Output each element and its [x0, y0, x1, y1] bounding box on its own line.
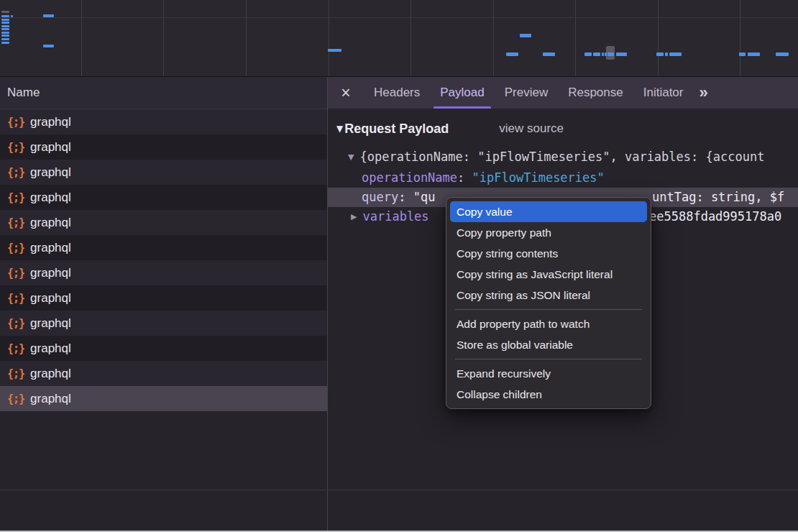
request-name: graphql: [30, 140, 71, 155]
network-request-row[interactable]: {;}graphql: [0, 336, 327, 361]
close-details-button[interactable]: ×: [328, 77, 364, 109]
menu-item-collapse-children[interactable]: Collapse children: [446, 384, 651, 405]
menu-item-copy-string-as-javascript-literal[interactable]: Copy string as JavaScript literal: [446, 264, 651, 285]
overview-request-bar: [669, 52, 682, 56]
json-braces-icon: {;}: [7, 317, 24, 330]
overview-request-bar: [1, 38, 9, 40]
overview-request-bar: [593, 52, 600, 56]
overview-request-bar: [328, 49, 341, 52]
devtools-network-panel: Name {;}graphql{;}graphql{;}graphql{;}gr…: [0, 0, 798, 532]
overview-request-bar: [1, 22, 9, 24]
tab-headers[interactable]: Headers: [364, 77, 430, 109]
request-name: graphql: [30, 241, 71, 255]
menu-item-add-property-path-to-watch[interactable]: Add property path to watch: [446, 313, 651, 334]
overview-gridline: [575, 0, 576, 76]
menu-item-expand-recursively[interactable]: Expand recursively: [446, 363, 651, 384]
menu-item-copy-property-path[interactable]: Copy property path: [446, 222, 651, 243]
network-request-row[interactable]: {;}graphql: [0, 311, 327, 336]
collapse-section-icon[interactable]: ▼: [336, 124, 343, 134]
overview-request-bar: [1, 15, 9, 17]
property-key: query: [362, 190, 398, 204]
menu-divider: [455, 309, 642, 310]
overview-request-bar: [605, 52, 607, 56]
menu-item-copy-string-contents[interactable]: Copy string contents: [446, 243, 651, 264]
network-request-row[interactable]: {;}graphql: [0, 185, 327, 210]
overview-gridline: [658, 0, 659, 76]
tab-preview[interactable]: Preview: [495, 77, 558, 109]
request-name: graphql: [30, 115, 71, 129]
bottom-divider: [0, 490, 798, 490]
network-request-row[interactable]: {;}graphql: [0, 235, 327, 260]
overview-request-bar: [748, 52, 760, 56]
overview-request-bar: [607, 52, 614, 56]
details-tabs: HeadersPayloadPreviewResponseInitiator: [364, 77, 693, 109]
property-key: operationName: [362, 170, 457, 185]
request-name: graphql: [30, 165, 71, 180]
overview-request-bar: [1, 35, 9, 37]
request-name: graphql: [30, 266, 71, 280]
menu-item-store-as-global-variable[interactable]: Store as global variable: [446, 334, 651, 355]
payload-row-operationname[interactable]: operationName: "ipFlowTimeseries": [336, 168, 798, 188]
overview-request-bar: [11, 15, 13, 17]
network-request-row[interactable]: {;}graphql: [0, 210, 327, 235]
overview-gridline: [81, 0, 82, 76]
payload-summary-row[interactable]: ▼{operationName: "ipFlowTimeseries", var…: [336, 146, 798, 168]
overview-request-bar: [602, 52, 604, 56]
network-request-row[interactable]: {;}graphql: [0, 109, 327, 134]
overview-request-bar: [665, 52, 668, 56]
menu-item-copy-string-as-json-literal[interactable]: Copy string as JSON literal: [446, 285, 651, 306]
details-tabbar: × HeadersPayloadPreviewResponseInitiator…: [328, 77, 798, 109]
property-value-right: untTag: string, $f: [652, 188, 784, 207]
view-source-link[interactable]: view source: [499, 121, 564, 136]
tab-response[interactable]: Response: [558, 77, 633, 109]
overview-row-divider: [0, 17, 798, 18]
property-value-right: ee5588fdad995178a0: [649, 207, 781, 226]
overview-request-bar: [776, 52, 789, 56]
panel-splitter[interactable]: [327, 77, 328, 532]
overview-request-bar: [1, 28, 9, 30]
network-request-row[interactable]: {;}graphql: [0, 160, 327, 185]
request-list-panel: Name {;}graphql{;}graphql{;}graphql{;}gr…: [0, 77, 327, 490]
overview-request-bar: [520, 34, 531, 37]
network-request-row[interactable]: {;}graphql: [0, 134, 327, 160]
request-name: graphql: [30, 367, 71, 381]
overview-request-bar: [43, 45, 54, 47]
tab-initiator[interactable]: Initiator: [633, 77, 694, 109]
overview-request-bar: [584, 52, 592, 56]
json-braces-icon: {;}: [7, 216, 24, 229]
overview-request-bar: [1, 42, 9, 44]
overview-gridline: [493, 0, 494, 76]
overview-gridline: [329, 0, 329, 76]
request-name: graphql: [30, 392, 71, 406]
overview-request-bar: [543, 52, 555, 56]
overview-gridline: [163, 0, 164, 76]
more-tabs-icon[interactable]: »: [699, 83, 707, 102]
overview-request-bar: [656, 52, 664, 56]
overview-request-bar: [506, 52, 518, 56]
network-request-row[interactable]: {;}graphql: [0, 361, 327, 386]
request-list: {;}graphql{;}graphql{;}graphql{;}graphql…: [0, 109, 327, 411]
property-value: "ipFlowTimeseries": [472, 170, 605, 185]
json-braces-icon: {;}: [7, 116, 24, 129]
json-braces-icon: {;}: [7, 242, 24, 254]
expand-node-icon[interactable]: ▶: [351, 212, 357, 221]
property-key: variables: [362, 209, 428, 224]
menu-item-copy-value[interactable]: Copy value: [450, 201, 647, 222]
section-title: Request Payload: [344, 121, 449, 137]
request-name: graphql: [30, 291, 71, 306]
name-column-header[interactable]: Name: [0, 77, 327, 109]
network-request-row[interactable]: {;}graphql: [0, 260, 327, 285]
overview-gray-bar: [1, 11, 9, 13]
network-request-row[interactable]: {;}graphql: [0, 386, 327, 411]
overview-request-bar: [1, 25, 9, 27]
network-request-row[interactable]: {;}graphql: [0, 285, 327, 311]
request-name: graphql: [30, 341, 71, 356]
overview-request-bar: [616, 52, 627, 56]
json-braces-icon: {;}: [7, 166, 24, 179]
tab-payload[interactable]: Payload: [430, 77, 494, 109]
json-braces-icon: {;}: [7, 141, 24, 154]
network-overview-timeline[interactable]: [0, 0, 798, 77]
menu-divider: [455, 359, 642, 359]
overview-gridline: [411, 0, 411, 76]
json-braces-icon: {;}: [7, 367, 24, 380]
